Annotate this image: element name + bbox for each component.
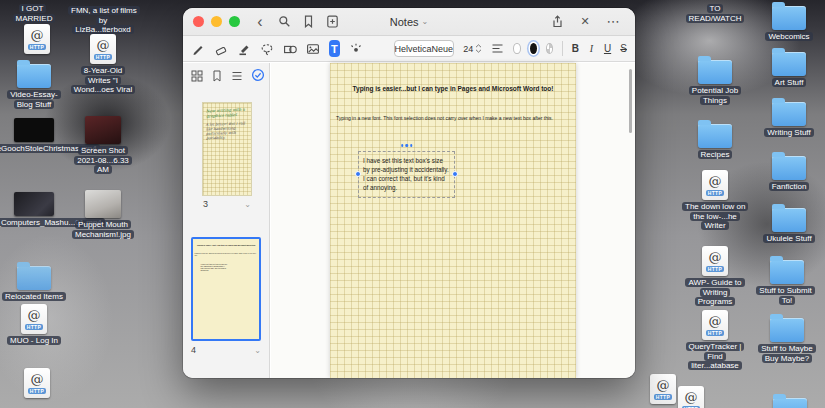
desktop-icon-awp-guide[interactable]: @ HTTP AWP- Guide to Writing Programs <box>682 246 748 307</box>
add-page-button[interactable] <box>322 12 342 32</box>
image-tool[interactable] <box>306 41 320 56</box>
page-number: 4 <box>191 345 196 355</box>
toolbar-divider <box>562 41 563 56</box>
desktop-icon-weblink[interactable]: @ HTTP <box>20 24 54 54</box>
stepper-arrows[interactable] <box>475 44 482 53</box>
shapes-tool[interactable] <box>283 41 297 56</box>
document-title: Notes <box>390 16 419 28</box>
thumbnail-3-content: New writing with a graphics tablet A lot… <box>203 103 251 195</box>
folder-icon <box>772 156 806 180</box>
close-document-button[interactable]: ✕ <box>575 12 595 32</box>
font-size-stepper[interactable]: 24 <box>463 44 482 54</box>
pen-tool[interactable] <box>191 41 205 56</box>
desktop-icon-fanfiction[interactable]: Fanfiction <box>758 150 820 192</box>
desktop-icon-querytracker[interactable]: @ HTTP QueryTracker | Find liter...ataba… <box>682 310 748 371</box>
desktop-icon-writing-stuff[interactable]: Writing Stuff <box>758 96 820 138</box>
window-titlebar[interactable]: ‹ Notes ⌄ ✕ ⋯ <box>183 8 635 36</box>
desktop-icon-art-stuff[interactable]: Art Stuff <box>758 46 820 88</box>
fullscreen-window-button[interactable] <box>229 16 240 27</box>
desktop-icon-i-got-married[interactable]: I GOT MARRIED <box>2 4 66 23</box>
desktop-icon-muo-log-in[interactable]: @ HTTP MUO - Log In <box>1 304 67 346</box>
desktop-icon-weblink[interactable]: @ HTTP <box>674 386 708 408</box>
traffic-lights <box>193 16 240 27</box>
desktop-icon-to-read-watch[interactable]: TO READ/WATCH <box>682 4 748 23</box>
notes-app-window: ‹ Notes ⌄ ✕ ⋯ <box>183 8 635 378</box>
note-canvas[interactable]: Typing is easier...but I can type in Pag… <box>271 63 635 378</box>
document-title-menu[interactable]: Notes ⌄ <box>390 16 428 28</box>
icon-label: TO READ/WATCH <box>682 4 748 23</box>
resize-handle-right[interactable] <box>452 171 458 177</box>
desktop-icon-folder[interactable] <box>770 392 810 408</box>
close-window-button[interactable] <box>193 16 204 27</box>
desktop-icon-recipes[interactable]: Recipes <box>682 118 748 160</box>
highlighter-tool[interactable] <box>237 41 251 56</box>
folder-icon <box>770 318 804 342</box>
note-page[interactable]: Typing is easier...but I can type in Pag… <box>330 63 576 378</box>
chevron-down-icon[interactable]: ⌄ <box>254 346 261 355</box>
color-swatch-white[interactable] <box>513 43 521 54</box>
page-number: 3 <box>203 199 208 209</box>
bookmark-button[interactable] <box>298 12 318 32</box>
note-heading-text[interactable]: Typing is easier...but I can type in Pag… <box>330 85 576 92</box>
textbox-drag-handle[interactable] <box>401 144 413 147</box>
page-thumbnail-3[interactable]: New writing with a graphics tablet A lot… <box>203 103 251 195</box>
icon-label: Screen Shot 2021-08...6.33 AM <box>70 146 136 175</box>
icon-label: Art Stuff <box>772 78 807 88</box>
page-thumbnail-4-selected[interactable]: Typing is easier...but I can type in Pag… <box>191 237 261 341</box>
icon-label: I GOT MARRIED <box>2 4 66 23</box>
icon-label: Potential Job Things <box>682 86 748 105</box>
color-swatch-custom[interactable] <box>546 43 554 54</box>
selected-text-box[interactable]: I have set this text box's size by pre-a… <box>358 151 455 198</box>
thumbnail-4-content: Typing is easier...but I can type in Pag… <box>193 239 259 338</box>
desktop-icon-down-low[interactable]: @ HTTP The down low on the low-...he Wri… <box>682 170 748 231</box>
video-file-icon <box>14 118 54 142</box>
underline-button[interactable]: U <box>604 43 611 54</box>
grid-view-icon[interactable] <box>191 68 203 86</box>
page-row-3[interactable]: 3 ⌄ <box>203 199 251 209</box>
desktop-icon-puppet-mouth[interactable]: Puppet Mouth Mechanism!.jpg <box>70 190 136 239</box>
page-row-4[interactable]: 4 ⌄ <box>191 345 261 355</box>
text-align-button[interactable] <box>491 41 504 56</box>
lasso-tool[interactable] <box>260 41 274 56</box>
bold-button[interactable]: B <box>572 43 579 54</box>
desktop-icon-screen-shot[interactable]: Screen Shot 2021-08...6.33 AM <box>70 116 136 175</box>
desktop-icon-video-essay-blog-stuff[interactable]: Video-Essay-Blog Stuff <box>1 58 67 109</box>
search-button[interactable] <box>274 12 294 32</box>
bookmark-view-icon[interactable] <box>211 68 223 86</box>
color-swatch-black-selected[interactable] <box>530 43 537 54</box>
desktop-icon-fmn-list[interactable]: FMN, a list of films by LizBa...tterboxd <box>68 6 138 35</box>
minimize-window-button[interactable] <box>211 16 222 27</box>
folder-icon <box>698 60 732 84</box>
video-file-icon <box>14 192 54 216</box>
canvas-scrollbar[interactable] <box>629 69 632 133</box>
desktop-icon-compaq-video[interactable]: Compaq_Computers_Mashu...01.mp4 <box>1 192 67 228</box>
note-paragraph-text[interactable]: Typing in a new font. This font selectio… <box>336 115 570 123</box>
desktop-icon-8-year-old[interactable]: @ HTTP 8-Year-Old Writes "I Wond...oes V… <box>70 34 136 95</box>
desktop-icon-stuff-to-submit[interactable]: Stuff to Submit To! <box>752 254 822 305</box>
icon-label: QueryTracker | Find liter...atabase <box>682 342 748 371</box>
text-tool-selected[interactable]: T <box>329 40 340 57</box>
icon-label: Fanfiction <box>769 182 810 192</box>
back-button[interactable]: ‹ <box>250 12 270 32</box>
desktop-icon-relocated-items[interactable]: Relocated Items <box>1 260 67 302</box>
desktop-icon-webcomics[interactable]: Webcomics <box>758 0 820 42</box>
eraser-tool[interactable] <box>214 41 228 56</box>
select-pages-check-icon[interactable] <box>251 68 265 86</box>
italic-button[interactable]: I <box>588 43 595 54</box>
resize-handle-left[interactable] <box>355 171 361 177</box>
folder-icon <box>17 64 51 88</box>
desktop-icon-gooch-video[interactable]: HowTheGoochStoleChristmas.mp4 <box>1 118 67 154</box>
desktop-icon-weblink[interactable]: @ HTTP <box>20 368 54 398</box>
more-options-button[interactable]: ⋯ <box>603 12 623 32</box>
desktop-icon-stuff-to-maybe-buy[interactable]: Stuff to Maybe Buy Maybe? <box>754 312 820 363</box>
window-content: New writing with a graphics tablet A lot… <box>183 63 635 378</box>
desktop-icon-ukulele-stuff[interactable]: Ukulele Stuff <box>758 202 820 244</box>
strikethrough-button[interactable]: S <box>620 43 627 54</box>
chevron-down-icon[interactable]: ⌄ <box>244 200 251 209</box>
outline-view-icon[interactable] <box>231 68 243 86</box>
font-family-dropdown[interactable]: HelveticaNeue <box>394 40 455 57</box>
laser-pointer-tool[interactable] <box>349 41 363 56</box>
desktop-icon-potential-job-things[interactable]: Potential Job Things <box>682 54 748 105</box>
share-button[interactable] <box>547 12 567 32</box>
folder-icon <box>770 260 804 284</box>
